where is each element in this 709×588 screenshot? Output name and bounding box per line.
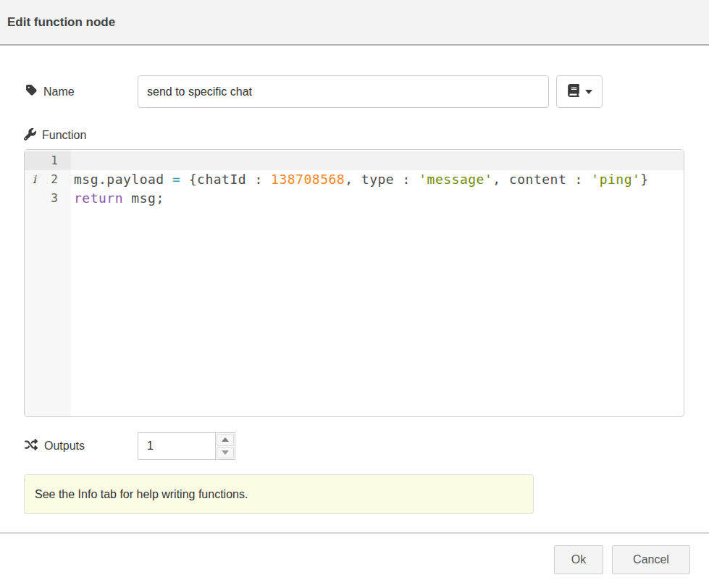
dialog-title: Edit function node <box>7 15 115 30</box>
line-number: 1 <box>25 151 71 170</box>
triangle-up-icon <box>222 437 229 442</box>
spinner-down-button[interactable] <box>217 447 234 459</box>
name-input[interactable] <box>138 75 549 108</box>
tag-icon <box>25 84 38 99</box>
name-label: Name <box>25 75 75 108</box>
code-editor[interactable]: 1i2msg.payload = {chatId : 138708568, ty… <box>24 149 684 417</box>
shuffle-icon <box>24 438 38 454</box>
code-line: msg.payload = {chatId : 138708568, type … <box>71 170 684 189</box>
form-tip-text: See the Info tab for help writing functi… <box>35 488 248 501</box>
ok-button[interactable]: Ok <box>554 545 603 574</box>
cancel-button[interactable]: Cancel <box>612 545 690 574</box>
outputs-input[interactable] <box>138 433 215 459</box>
triangle-down-icon <box>222 450 229 455</box>
editor-line[interactable]: 3return msg; <box>25 189 684 208</box>
outputs-spinner <box>138 432 235 460</box>
annotation-info-icon: i <box>33 170 36 189</box>
editor-rows: 1i2msg.payload = {chatId : 138708568, ty… <box>25 151 684 208</box>
editor-line[interactable]: i2msg.payload = {chatId : 138708568, typ… <box>25 170 684 189</box>
line-number: i2 <box>25 170 71 189</box>
function-label: Function <box>24 126 86 145</box>
library-button[interactable] <box>556 75 603 108</box>
code-line: return msg; <box>71 189 684 208</box>
caret-down-icon <box>585 90 592 94</box>
outputs-label-text: Outputs <box>44 440 85 453</box>
spinner-buttons <box>215 433 235 459</box>
code-line <box>71 151 684 170</box>
book-icon <box>567 84 580 99</box>
spinner-up-button[interactable] <box>217 434 234 446</box>
form-tip: See the Info tab for help writing functi… <box>24 474 534 514</box>
name-label-text: Name <box>43 85 75 98</box>
outputs-label: Outputs <box>24 432 85 460</box>
footer-divider <box>0 532 709 534</box>
editor-line[interactable]: 1 <box>25 151 684 170</box>
line-number: 3 <box>25 189 71 208</box>
function-label-text: Function <box>42 129 86 142</box>
dialog-header: Edit function node <box>0 0 709 46</box>
wrench-icon <box>24 128 36 143</box>
